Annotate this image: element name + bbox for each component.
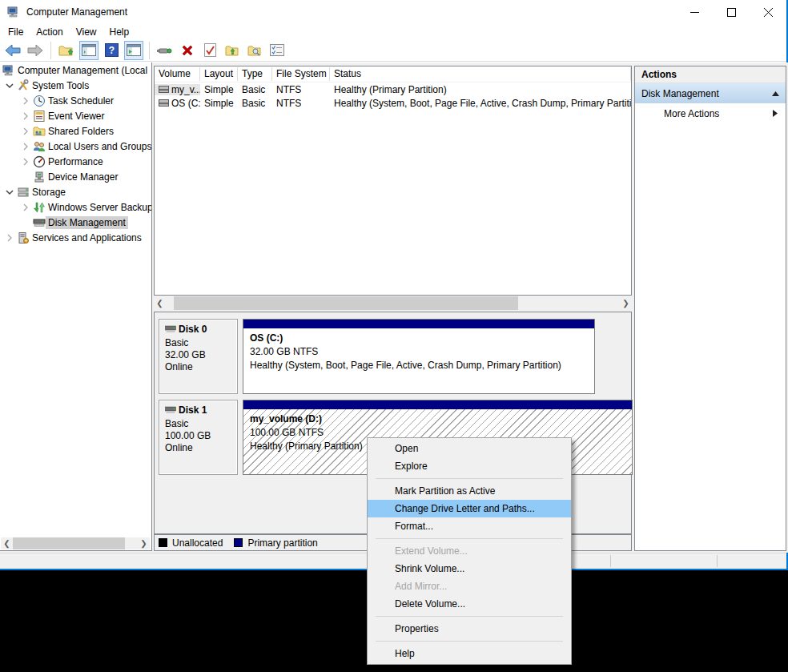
expand-chevron-icon[interactable] — [19, 201, 32, 214]
minimize-button[interactable] — [676, 0, 713, 24]
forward-button[interactable] — [26, 41, 45, 60]
volume-row-os-c[interactable]: OS (C:) Simple Basic NTFS Healthy (Syste… — [155, 96, 631, 110]
menu-item-explore[interactable]: Explore — [368, 457, 571, 475]
toolbar: ? — [0, 39, 786, 62]
volume-icon — [159, 86, 169, 93]
menu-item-format[interactable]: Format... — [368, 517, 571, 535]
disk-size: 100.00 GB — [165, 430, 231, 442]
actions-pane-title: Actions — [635, 66, 786, 83]
more-actions-item[interactable]: More Actions — [635, 103, 786, 123]
tree-item-storage[interactable]: Storage — [0, 184, 151, 199]
expand-chevron-icon[interactable] — [3, 231, 16, 244]
volume-row-my-volume[interactable]: my_v... Simple Basic NTFS Healthy (Prima… — [155, 82, 631, 96]
menu-item-add-mirror: Add Mirror... — [368, 577, 571, 595]
close-button[interactable] — [750, 0, 786, 24]
column-header-type[interactable]: Type — [238, 67, 272, 81]
delete-volume-button[interactable] — [178, 41, 197, 60]
explore-button[interactable] — [245, 41, 264, 60]
up-folder-icon — [58, 44, 74, 57]
expand-chevron-icon[interactable] — [19, 155, 32, 168]
collapse-chevron-icon[interactable] — [3, 79, 16, 92]
tree-horizontal-scrollbar[interactable]: ❮ ❯ — [1, 537, 150, 549]
menu-bar: File Action View Help — [0, 24, 786, 39]
expand-chevron-icon[interactable] — [19, 95, 32, 107]
tree-label: Services and Applications — [30, 231, 144, 244]
column-header-volume[interactable]: Volume — [155, 67, 200, 81]
tree-item-services-and-applications[interactable]: Services and Applications — [0, 230, 151, 245]
tree-item-local-users-and-groups[interactable]: Local Users and Groups — [0, 139, 151, 154]
toolbar-separator — [149, 42, 150, 59]
menu-item-shrink-volume[interactable]: Shrink Volume... — [368, 560, 571, 577]
menu-file[interactable]: File — [2, 25, 30, 39]
disk-0-label[interactable]: Disk 0 Basic 32.00 GB Online — [159, 319, 238, 394]
legend-label: Primary partition — [247, 537, 317, 549]
tree-label: Storage — [30, 186, 68, 199]
titlebar: Computer Management — [0, 0, 786, 24]
menu-item-delete-volume[interactable]: Delete Volume... — [368, 595, 571, 613]
properties-button[interactable] — [267, 41, 287, 60]
scrollbar-thumb[interactable] — [174, 296, 518, 310]
collapse-chevron-icon[interactable] — [3, 186, 16, 199]
primary-partition-band — [243, 320, 594, 328]
collapse-up-icon[interactable] — [772, 91, 779, 96]
menu-view[interactable]: View — [70, 25, 103, 39]
volume-health: Healthy (System, Boot, Page File, Active… — [250, 359, 588, 372]
help-button[interactable]: ? — [102, 41, 121, 60]
tree-item-task-scheduler[interactable]: Task Scheduler — [0, 93, 151, 108]
mark-active-button[interactable] — [200, 41, 219, 60]
submenu-arrow-icon — [773, 110, 778, 117]
show-console-tree-button[interactable] — [79, 41, 98, 60]
maximize-button[interactable] — [713, 0, 750, 24]
tree-item-windows-server-backup[interactable]: Windows Server Backup — [0, 199, 151, 215]
disk-state: Online — [165, 361, 231, 373]
scroll-right-icon[interactable]: ❯ — [138, 537, 150, 549]
performance-icon — [33, 155, 46, 168]
column-header-status[interactable]: Status — [330, 67, 631, 81]
open-folder-button[interactable] — [223, 41, 242, 60]
volume-list: Volume Layout Type File System Status my… — [154, 66, 632, 296]
menu-item-help[interactable]: Help — [368, 645, 571, 662]
volume-title: my_volume (D:) — [250, 412, 625, 426]
refresh-button[interactable] — [155, 41, 175, 60]
menu-item-properties[interactable]: Properties — [368, 620, 571, 638]
tree-item-shared-folders[interactable]: Shared Folders — [0, 123, 151, 139]
checklist-icon — [270, 44, 284, 56]
menu-separator — [376, 538, 563, 539]
disk-1-label[interactable]: Disk 1 Basic 100.00 GB Online — [159, 400, 238, 475]
tree-label: Local Users and Groups — [46, 140, 152, 153]
tree-label: Device Manager — [46, 171, 120, 183]
expand-chevron-icon[interactable] — [19, 110, 32, 123]
column-header-file-system[interactable]: File System — [272, 67, 330, 81]
actions-pane: Actions Disk Management More Actions — [634, 66, 786, 551]
scrollbar-thumb[interactable] — [13, 537, 125, 549]
expand-chevron-icon[interactable] — [19, 140, 32, 153]
console-tree-icon — [82, 44, 96, 56]
scroll-left-icon[interactable]: ❮ — [154, 297, 166, 309]
tree-item-performance[interactable]: Performance — [0, 154, 151, 169]
primary-partition-swatch — [234, 538, 243, 547]
menu-action[interactable]: Action — [30, 25, 69, 39]
tree-item-computer-management[interactable]: Computer Management (Local — [0, 62, 151, 78]
tree-item-device-manager[interactable]: Device Manager — [0, 169, 151, 184]
volume-list-horizontal-scrollbar[interactable]: ❮ ❯ — [154, 296, 632, 310]
back-button[interactable] — [3, 41, 22, 60]
disk-0-volume-os-c[interactable]: OS (C:) 32.00 GB NTFS Healthy (System, B… — [243, 319, 595, 394]
volume-title: OS (C:) — [250, 332, 588, 345]
disk-size: 32.00 GB — [165, 349, 231, 361]
menu-help[interactable]: Help — [103, 25, 136, 39]
actions-group-disk-management[interactable]: Disk Management — [635, 83, 786, 103]
menu-item-change-drive-letter[interactable]: Change Drive Letter and Paths... — [368, 500, 571, 517]
tree-item-disk-management[interactable]: Disk Management — [0, 215, 151, 230]
menu-item-open[interactable]: Open — [368, 440, 571, 457]
system-tools-icon — [17, 79, 30, 92]
up-one-level-button[interactable] — [57, 41, 76, 60]
scroll-left-icon[interactable]: ❮ — [1, 537, 13, 549]
column-header-layout[interactable]: Layout — [200, 67, 238, 81]
tree-item-system-tools[interactable]: System Tools — [0, 78, 151, 93]
menu-item-mark-partition-active[interactable]: Mark Partition as Active — [368, 482, 571, 500]
tree-item-event-viewer[interactable]: Event Viewer — [0, 108, 151, 123]
show-action-pane-button[interactable] — [124, 41, 143, 60]
expand-chevron-icon[interactable] — [19, 125, 32, 138]
console-tree-pane: Computer Management (Local System Tools … — [0, 62, 152, 551]
scroll-right-icon[interactable]: ❯ — [620, 297, 632, 309]
